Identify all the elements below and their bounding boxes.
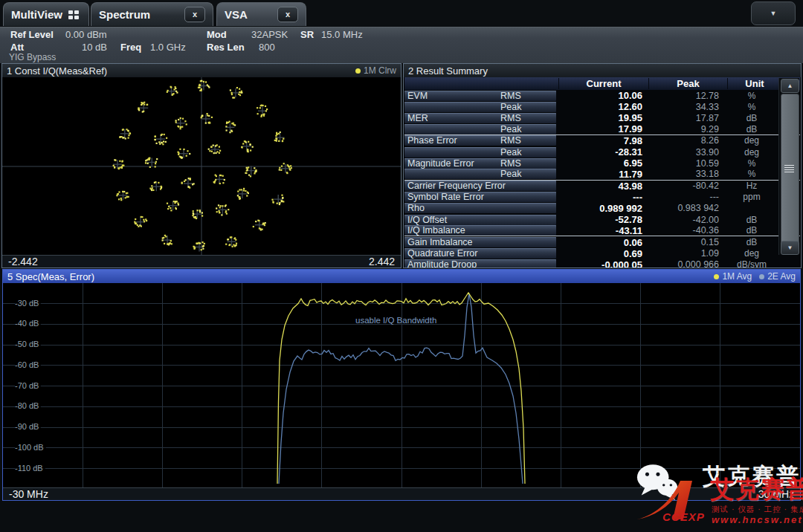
constellation-x-min: -2.442 [8,256,38,267]
tab-vsa-close-icon[interactable]: x [277,7,298,22]
table-row: Phase ErrorRMS7.988.26deg [404,135,800,146]
field-mod-value[interactable]: 32APSK [251,29,288,40]
field-att-value[interactable]: 10 dB [82,42,107,53]
row-peak-value: 34.33 [648,102,726,112]
tab-vsa[interactable]: VSA x [216,2,306,26]
constellation-diagram [2,77,401,256]
spectrum-x-axis-bar: -30 MHz 30 MHz [3,487,800,500]
table-row: Peak12.6034.33% [404,101,800,112]
field-res-len-value[interactable]: 800 [259,42,275,53]
y-axis-tick-label: -50 dB [15,340,41,348]
row-label-bar[interactable]: Rho [404,203,556,213]
table-row: Gain Imbalance0.060.15dB [404,236,800,247]
row-current-value: 43.98 [558,181,648,192]
scroll-up-button[interactable]: ▲ [781,79,799,93]
row-peak-value: 8.26 [648,135,726,146]
row-unit: dB [726,113,778,123]
window-list-dropdown-button[interactable]: ▼ [751,1,796,25]
field-sr-value[interactable]: 15.0 MHz [321,29,363,40]
row-current-value: 19.95 [558,112,648,123]
constellation-window[interactable]: 1 Const I/Q(Meas&Ref) 1M Clrw -2.442 2.4… [1,63,402,268]
trace1-dot-icon [355,68,361,74]
field-res-len[interactable]: Res Len [207,42,245,53]
constellation-trace-legend: 1M Clrw [355,65,396,76]
field-mod[interactable]: Mod [207,29,227,40]
spectrum-window-title: 5 Spec(Meas, Error) [7,271,94,282]
row-unit: deg [726,248,778,259]
scrollbar-grip-icon [784,165,794,172]
y-axis-tick-label: -110 dB [15,464,45,473]
watermark-url: www.hncsw.net [712,514,803,525]
result-summary-table: Current Peak Unit EVMRMS10.0612.78%Peak1… [404,77,800,267]
row-label-bar[interactable]: MERRMS [404,113,556,123]
spectrum-x-right-label: 30 MHz [758,488,794,500]
result-summary-titlebar[interactable]: 2 Result Summary [404,64,801,77]
field-sr[interactable]: SR [300,29,314,40]
watermark-logo-text: CCEXP [662,510,705,523]
row-label-bar[interactable]: Peak [404,102,556,112]
result-summary-window[interactable]: 2 Result Summary Current Peak Unit EVMRM… [403,63,802,268]
row-label-bar[interactable]: Magnitude ErrorRMS [404,158,556,169]
row-peak-value: 33.90 [648,147,726,158]
row-label-bar[interactable]: EVMRMS [404,91,556,101]
meas-trace-legend-label: 1M Avg [722,271,752,282]
row-peak-value: 17.87 [648,113,726,123]
field-ref-level[interactable]: Ref Level [10,29,54,40]
field-freq-value[interactable]: 1.0 GHz [150,42,186,53]
row-label-bar[interactable]: Phase ErrorRMS [404,135,556,146]
field-ref-level-value[interactable]: 0.00 dBm [65,29,107,40]
tab-bar: MultiView Spectrum x VSA x ▼ [0,0,803,27]
tab-multiview[interactable]: MultiView [3,2,89,26]
result-table-rows: EVMRMS10.0612.78%Peak12.6034.33%MERRMS19… [404,90,800,267]
spectrum-x-left-label: -30 MHz [9,488,48,500]
row-label-bar[interactable]: Carrier Frequency Error [404,181,556,191]
row-label-bar[interactable]: Symbol Rate Error [404,192,556,202]
row-peak-value: 12.78 [648,91,726,101]
result-table-scrollbar[interactable]: ▲ ▼ [778,78,799,255]
row-current-value: 0.06 [558,237,648,248]
spectrum-window-titlebar[interactable]: 5 Spec(Meas, Error) 1M Avg 2E Avg [3,270,800,283]
row-unit: Hz [726,181,778,191]
yig-bypass-note: YIG Bypass [9,52,56,62]
y-axis-tick-label: -40 dB [15,319,41,328]
row-unit: dB [726,215,778,225]
row-current-value: 12.60 [558,101,648,112]
row-label-bar[interactable]: Peak [404,169,556,179]
field-att[interactable]: Att [10,42,24,53]
row-current-value: 6.95 [558,158,648,169]
channel-info-toolbar: Ref Level 0.00 dBm Att 10 dB Freq 1.0 GH… [0,27,803,63]
scrollbar-thumb[interactable] [781,94,799,244]
row-current-value: -52.78 [558,214,648,225]
column-header-current: Current [558,78,648,89]
y-axis-tick-label: -30 dB [15,299,41,308]
row-label-bar[interactable]: Quadrature Error [404,248,556,259]
error-trace-dot-icon [759,274,764,279]
row-current-value: -43.11 [558,225,648,236]
tab-spectrum[interactable]: Spectrum x [91,2,213,26]
table-row: MERRMS19.9517.87dB [404,112,800,123]
spectrum-plot-area[interactable]: -30 dB-40 dB-50 dB-60 dB-70 dB-80 dB-90 … [3,283,800,488]
constellation-window-titlebar[interactable]: 1 Const I/Q(Meas&Ref) 1M Clrw [2,64,401,77]
row-label-bar[interactable]: I/Q Imbalance [404,225,556,236]
scroll-down-button[interactable]: ▼ [781,241,799,255]
table-row: Peak17.999.29dB [404,124,800,135]
row-unit: dB/sym [726,259,778,267]
table-row: I/Q Imbalance-43.11-40.36dB [404,225,800,236]
meas-trace-dot-icon [714,274,719,279]
row-peak-value: -80.42 [648,181,726,191]
column-header-unit: Unit [727,78,781,89]
constellation-plot-area[interactable] [2,77,401,256]
row-peak-value: 33.18 [648,169,726,179]
spectrum-window[interactable]: 5 Spec(Meas, Error) 1M Avg 2E Avg -30 dB… [2,269,801,501]
row-current-value: 17.99 [558,123,648,134]
row-label-bar[interactable]: I/Q Offset [404,215,556,225]
row-label-bar[interactable]: Gain Imbalance [404,237,556,247]
row-unit: % [726,91,778,101]
row-label-bar[interactable]: Peak [404,124,556,134]
row-unit: % [726,169,778,179]
field-freq[interactable]: Freq [120,42,141,53]
tab-spectrum-close-icon[interactable]: x [184,7,205,22]
row-label-bar[interactable]: Amplitude Droop [404,259,556,267]
row-label-bar[interactable]: Peak [404,147,556,158]
row-unit: % [726,102,778,112]
